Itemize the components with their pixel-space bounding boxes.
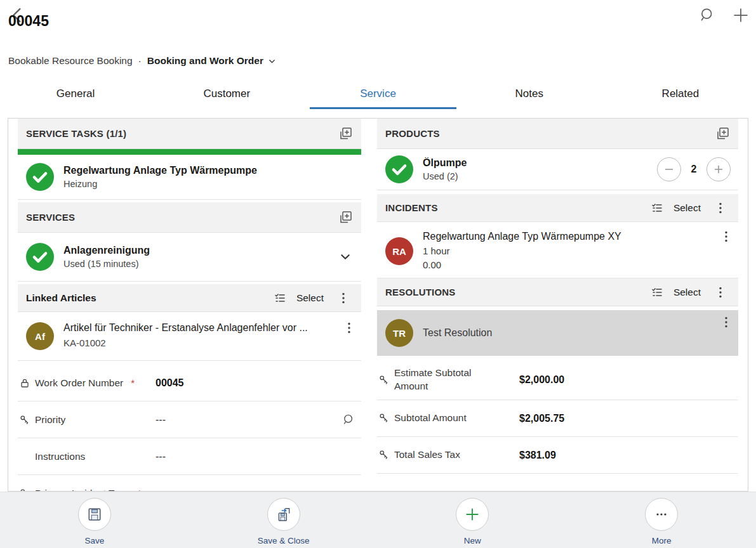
linked-article-title: Artikel für Techniker - Erstanalyse Anla… — [63, 322, 308, 334]
new-label: New — [464, 536, 481, 545]
field-label: Work Order Number * — [18, 377, 156, 389]
multiselect-toggle[interactable] — [651, 202, 663, 214]
multiselect-icon — [651, 286, 663, 299]
magnifier-icon — [342, 413, 356, 427]
vertical-ellipsis-icon — [725, 231, 727, 242]
vertical-ellipsis-icon — [719, 202, 722, 214]
minus-icon — [663, 163, 675, 176]
vertical-ellipsis-icon — [348, 322, 350, 334]
check-circle-icon — [385, 155, 413, 183]
field-instructions[interactable]: Instructions --- — [18, 438, 361, 475]
more-button-circle — [645, 498, 678, 531]
save-and-close-button[interactable]: Save & Close — [189, 492, 378, 548]
tab-related[interactable]: Related — [605, 80, 756, 110]
product-title: Ölpumpe — [423, 157, 467, 169]
record-subtitle: Bookable Resource Booking · Booking and … — [8, 55, 276, 67]
resolutions-select-button[interactable]: Select — [673, 287, 701, 298]
more-button[interactable]: More — [567, 492, 756, 548]
required-asterisk: * — [131, 377, 135, 388]
plus-icon — [712, 163, 725, 176]
multiselect-toggle[interactable] — [651, 286, 663, 299]
linked-article-more-button[interactable] — [342, 322, 356, 334]
key-icon — [379, 450, 389, 460]
quick-create-button[interactable] — [732, 6, 750, 24]
incidents-select-button[interactable]: Select — [673, 202, 701, 214]
save-icon — [86, 506, 103, 523]
service-tab-content: SERVICE TASKS (1/1) Regelwartung Anlage … — [8, 118, 748, 492]
multiselect-icon — [651, 202, 663, 214]
plus-icon — [732, 6, 750, 24]
field-priority[interactable]: Priority --- — [18, 401, 361, 438]
new-button[interactable]: New — [378, 492, 567, 548]
services-title: SERVICES — [26, 212, 75, 223]
tab-general[interactable]: General — [0, 80, 151, 110]
incidents-more-button[interactable] — [713, 202, 727, 214]
linked-articles-select-button[interactable]: Select — [296, 292, 324, 304]
field-value: 00045 — [156, 377, 184, 389]
save-label: Save — [84, 536, 104, 545]
resolution-row-selected[interactable]: TR Test Resolution — [377, 310, 738, 356]
field-label: Subtotal Amount — [377, 412, 519, 425]
product-subtitle: Used (2) — [423, 171, 467, 181]
search-button[interactable] — [699, 6, 717, 24]
product-text: Ölpumpe Used (2) — [423, 157, 467, 181]
linked-articles-more-button[interactable] — [336, 292, 350, 304]
linked-articles-header: Linked Articles Select — [18, 284, 361, 312]
field-value: $381.09 — [519, 450, 556, 461]
field-label: Instructions — [18, 451, 156, 462]
service-title: Anlagenreinigung — [63, 245, 150, 256]
plus-green-icon — [463, 506, 481, 523]
services-header: SERVICES — [18, 202, 361, 233]
right-column: PRODUCTS Ölpumpe Used (2) 2 — [377, 119, 738, 491]
increase-quantity-button[interactable] — [706, 157, 731, 181]
add-service-task-button[interactable] — [338, 126, 353, 141]
incident-title: Regelwartung Anlage Typ Wärmepumpe XY — [423, 231, 621, 242]
service-subtitle: Used (15 minutes) — [63, 259, 150, 269]
save-button[interactable]: Save — [0, 492, 189, 548]
multiselect-toggle[interactable] — [274, 292, 286, 304]
field-label: Total Sales Tax — [377, 448, 519, 462]
resolutions-more-button[interactable] — [713, 287, 727, 298]
incident-text: Regelwartung Anlage Typ Wärmepumpe XY 1 … — [423, 231, 621, 270]
tab-customer[interactable]: Customer — [151, 80, 302, 110]
incident-row[interactable]: RA Regelwartung Anlage Typ Wärmepumpe XY… — [377, 222, 738, 278]
magnifier-icon — [699, 6, 717, 24]
check-circle-icon — [26, 243, 54, 271]
add-record-icon — [338, 126, 353, 141]
key-icon — [20, 415, 30, 425]
tab-bar: General Customer Service Notes Related — [0, 80, 756, 110]
service-row[interactable]: Anlagenreinigung Used (15 minutes) — [18, 233, 361, 282]
resolution-title: Test Resolution — [423, 327, 492, 339]
tab-notes[interactable]: Notes — [454, 80, 605, 110]
multiselect-icon — [274, 292, 286, 304]
entity-label: Bookable Resource Booking — [8, 55, 133, 67]
command-bar: Save Save & Close New More — [0, 492, 756, 548]
product-row[interactable]: Ölpumpe Used (2) 2 — [377, 149, 738, 190]
tab-service[interactable]: Service — [302, 80, 453, 110]
save-button-circle — [78, 498, 111, 531]
service-tasks-header: SERVICE TASKS (1/1) — [18, 119, 361, 149]
chevron-down-icon — [268, 57, 276, 65]
more-ellipsis-icon — [654, 507, 669, 522]
key-icon — [379, 375, 389, 385]
field-value: --- — [156, 451, 166, 462]
decrease-quantity-button[interactable] — [657, 157, 681, 181]
linked-article-row[interactable]: Af Artikel für Techniker - Erstanalyse A… — [18, 312, 361, 361]
app-header: 00045 Bookable Resource Booking · Bookin… — [0, 0, 756, 81]
field-primary-incident-type[interactable]: Primary Incident Type * — [18, 475, 361, 492]
expand-service-button[interactable] — [340, 251, 351, 263]
service-text: Anlagenreinigung Used (15 minutes) — [63, 245, 150, 269]
resolution-more-button[interactable] — [719, 316, 733, 328]
priority-lookup-button[interactable] — [342, 413, 356, 427]
field-work-order-number: Work Order Number * 00045 — [18, 365, 361, 401]
incidents-title: INCIDENTS — [385, 202, 438, 213]
add-service-button[interactable] — [338, 210, 353, 225]
form-selector[interactable]: Booking and Work Order — [147, 55, 276, 67]
save-close-icon — [275, 506, 292, 523]
incident-more-button[interactable] — [719, 231, 733, 242]
resolutions-title: RESOLUTIONS — [385, 287, 456, 297]
add-product-button[interactable] — [715, 126, 730, 141]
add-record-icon — [715, 126, 730, 141]
save-and-close-button-circle — [267, 498, 300, 531]
service-task-row[interactable]: Regelwartung Anlage Typ Wärmepumpe Heizu… — [18, 155, 361, 200]
